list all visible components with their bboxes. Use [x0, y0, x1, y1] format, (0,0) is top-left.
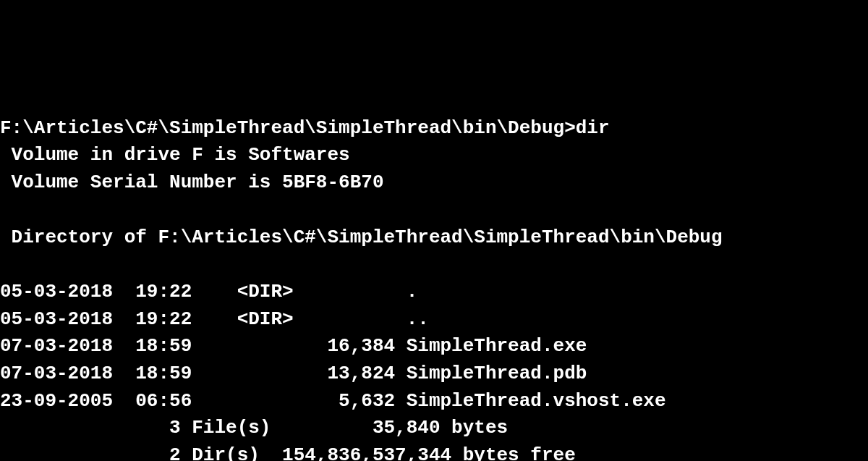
command-dir: dir: [576, 117, 610, 139]
dir-entry: 07-03-2018 18:59 13,824 SimpleThread.pdb: [0, 363, 587, 384]
serial-info: Volume Serial Number is 5BF8-6B70: [0, 172, 384, 193]
dir-entry: 23-09-2005 06:56 5,632 SimpleThread.vsho…: [0, 390, 666, 412]
terminal-output[interactable]: F:\Articles\C#\SimpleThread\SimpleThread…: [0, 109, 868, 461]
volume-info: Volume in drive F is Softwares: [0, 144, 350, 166]
summary-dirs: 2 Dir(s) 154,836,537,344 bytes free: [0, 444, 576, 461]
dir-entry: 05-03-2018 19:22 <DIR> ..: [0, 308, 429, 330]
summary-files: 3 File(s) 35,840 bytes: [0, 417, 508, 439]
directory-header: Directory of F:\Articles\C#\SimpleThread…: [0, 227, 723, 248]
dir-entry: 05-03-2018 19:22 <DIR> .: [0, 281, 417, 303]
dir-entry: 07-03-2018 18:59 16,384 SimpleThread.exe: [0, 335, 587, 357]
prompt-path: F:\Articles\C#\SimpleThread\SimpleThread…: [0, 117, 576, 139]
